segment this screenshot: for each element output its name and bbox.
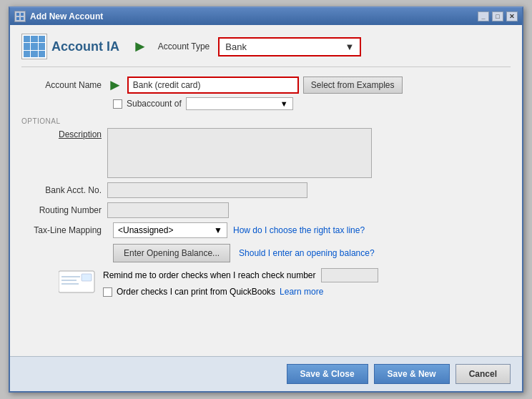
- account-type-value: Bank: [225, 41, 247, 52]
- learn-more-link[interactable]: Learn more: [280, 287, 323, 297]
- checks-section: Remind me to order checks when I reach c…: [59, 268, 511, 297]
- minimize-button[interactable]: _: [478, 11, 489, 21]
- account-type-label: Account Type: [158, 41, 210, 51]
- window-title: Add New Account: [30, 11, 103, 21]
- svg-rect-0: [16, 13, 19, 16]
- account-name-arrow-icon: ►: [107, 76, 123, 94]
- account-ia-text: Account IA: [51, 39, 119, 54]
- remind-text: Remind me to order checks when I reach c…: [103, 270, 315, 280]
- close-button[interactable]: ✕: [506, 11, 518, 21]
- check-number-input[interactable]: [321, 268, 378, 282]
- window-controls: _ □ ✕: [478, 11, 518, 21]
- order-checks-text: Order checks I can print from QuickBooks: [117, 287, 275, 297]
- window-icon: [14, 11, 26, 22]
- subaccount-arrow-icon: ▼: [280, 99, 288, 108]
- account-type-dropdown[interactable]: Bank ▼: [218, 37, 361, 56]
- tax-mapping-row: Tax-Line Mapping <Unassigned> ▼ How do I…: [21, 222, 511, 238]
- tax-mapping-dropdown[interactable]: <Unassigned> ▼: [113, 222, 227, 238]
- account-name-row: Account Name ► Select from Examples: [21, 76, 511, 94]
- account-name-label: Account Name: [21, 80, 107, 90]
- description-label: Description: [21, 129, 107, 139]
- routing-input[interactable]: [107, 202, 229, 218]
- svg-rect-3: [21, 17, 24, 20]
- footer: Save & Close Save & New Cancel: [10, 356, 522, 391]
- opening-balance-row: Enter Opening Balance... Should I enter …: [21, 244, 511, 262]
- select-examples-button[interactable]: Select from Examples: [303, 77, 403, 94]
- order-checks-checkbox[interactable]: [103, 287, 112, 297]
- main-window: Add New Account _ □ ✕ Account IA ► Accou…: [9, 6, 523, 393]
- account-name-group: Select from Examples: [127, 77, 403, 94]
- account-type-row: Account IA ► Account Type Bank ▼: [21, 34, 511, 67]
- check-image: [59, 268, 96, 297]
- dropdown-arrow-icon: ▼: [345, 41, 354, 52]
- description-input[interactable]: [107, 128, 372, 178]
- maximize-button[interactable]: □: [492, 11, 503, 21]
- svg-rect-2: [16, 17, 19, 20]
- bank-acct-row: Bank Acct. No.: [21, 182, 511, 198]
- subaccount-checkbox[interactable]: [113, 99, 122, 109]
- subaccount-row: Subaccount of ▼: [113, 97, 511, 110]
- tax-mapping-value: <Unassigned>: [118, 225, 173, 235]
- svg-rect-1: [21, 13, 24, 16]
- tax-mapping-label: Tax-Line Mapping: [21, 225, 107, 235]
- content-area: Account IA ► Account Type Bank ▼ Account…: [10, 25, 522, 356]
- routing-row: Routing Number: [21, 202, 511, 218]
- subaccount-dropdown[interactable]: ▼: [186, 97, 293, 110]
- description-row: Description: [21, 128, 511, 178]
- account-grid-icon: [21, 34, 47, 59]
- bank-acct-label: Bank Acct. No.: [21, 185, 107, 195]
- tax-help-link[interactable]: How do I choose the right tax line?: [233, 225, 365, 235]
- arrow-icon: ►: [132, 37, 148, 56]
- bank-acct-input[interactable]: [107, 182, 307, 198]
- cancel-button[interactable]: Cancel: [455, 364, 511, 384]
- checks-row1: Remind me to order checks when I reach c…: [103, 268, 378, 282]
- subaccount-label: Subaccount of: [127, 99, 182, 109]
- routing-label: Routing Number: [21, 205, 107, 215]
- checks-row2: Order checks I can print from QuickBooks…: [103, 287, 378, 297]
- account-ia-block: Account IA: [21, 34, 119, 59]
- opening-balance-button[interactable]: Enter Opening Balance...: [113, 244, 230, 262]
- save-close-button[interactable]: Save & Close: [287, 364, 368, 384]
- opening-balance-link[interactable]: Should I enter an opening balance?: [239, 248, 375, 258]
- save-new-button[interactable]: Save & New: [374, 364, 450, 384]
- title-bar: Add New Account _ □ ✕: [10, 8, 522, 25]
- checks-content: Remind me to order checks when I reach c…: [103, 268, 378, 297]
- account-name-input[interactable]: [127, 77, 299, 94]
- optional-header: OPTIONAL: [21, 117, 511, 125]
- tax-dropdown-arrow-icon: ▼: [214, 225, 222, 235]
- svg-rect-8: [82, 274, 92, 281]
